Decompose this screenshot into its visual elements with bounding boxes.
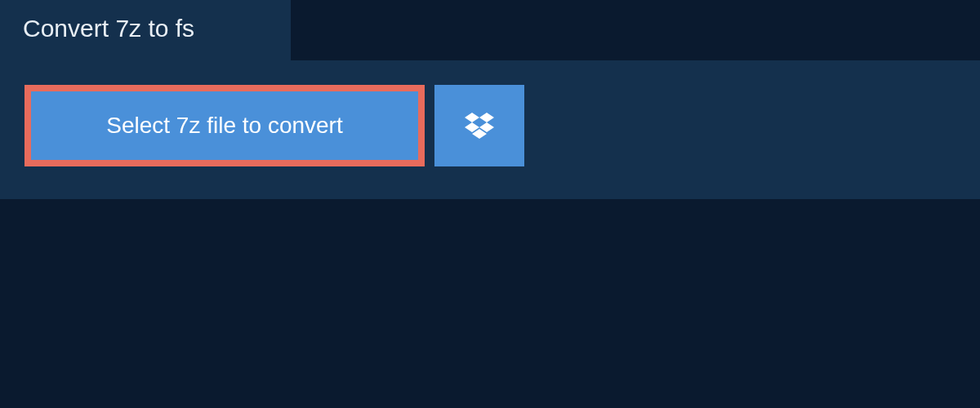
tab-bar: Convert 7z to fs (0, 0, 980, 60)
converter-panel: Select 7z file to convert (0, 60, 980, 199)
content-row: Select 7z file to convert (0, 60, 980, 199)
select-file-button[interactable]: Select 7z file to convert (24, 85, 425, 166)
dropbox-button[interactable] (434, 85, 524, 166)
tab-spacer (291, 0, 980, 60)
tab-label: Convert 7z to fs (23, 15, 194, 42)
select-file-label: Select 7z file to convert (106, 113, 342, 139)
tab-convert[interactable]: Convert 7z to fs (0, 0, 291, 60)
dropbox-icon (465, 113, 494, 139)
